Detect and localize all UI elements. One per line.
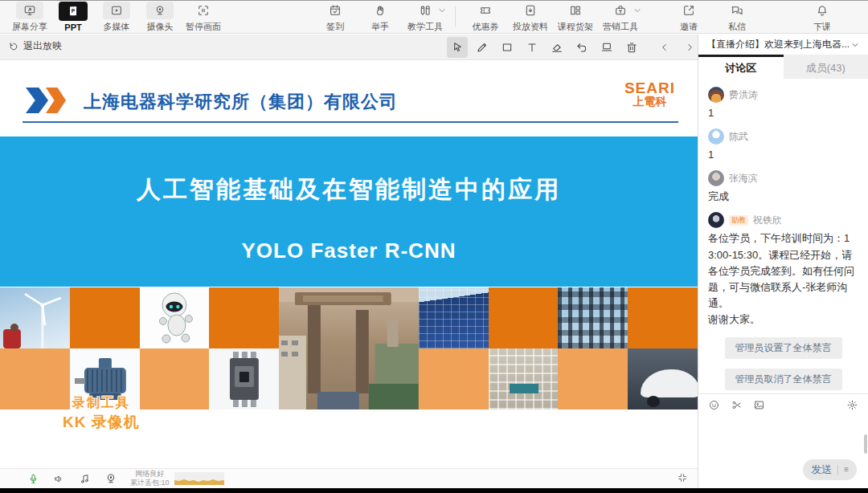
course-shelf-icon (563, 2, 588, 19)
rectangle-icon (501, 41, 514, 54)
chat-message: 费洪涛1 (708, 87, 858, 121)
toolbar-marketing-tools-label: 营销工具 (603, 21, 638, 33)
cursor-icon (451, 41, 464, 54)
speaker-icon[interactable] (53, 473, 65, 485)
whiteboard-tool-button[interactable] (596, 37, 617, 58)
scrollbar-thumb[interactable] (864, 434, 867, 454)
microphone-icon[interactable] (27, 473, 39, 485)
pause-screen-icon (191, 2, 215, 19)
toolbar-end-class-label: 下课 (813, 21, 831, 33)
top-toolbar: 屏幕分享PPPT多媒体摄像头暂停画面 签到举手教学工具优惠券投放资料课程货架营销… (0, 0, 868, 34)
toolbar-private-message-button[interactable]: 私信 (719, 2, 755, 33)
toolbar-camera-label: 摄像头 (147, 21, 174, 33)
solar-panels-photo (419, 287, 489, 348)
eraser-icon (551, 41, 563, 54)
rectangle-tool-button[interactable] (497, 37, 518, 58)
seari-logo-chinese: 上電科 (624, 96, 675, 108)
webcam-icon[interactable] (104, 472, 117, 485)
exit-playback-button[interactable]: 退出放映 (8, 39, 62, 53)
message-header: 费洪涛 (708, 87, 858, 103)
toolbar-sign-in-button[interactable]: 签到 (317, 2, 354, 33)
send-label: 发送 (811, 462, 832, 477)
invite-icon (677, 2, 701, 19)
tab-members[interactable]: 成员(43) (784, 55, 868, 79)
toolbar-course-shelf-label: 课程货架 (558, 21, 593, 33)
message-text: 1 (708, 147, 858, 163)
toolbar-end-class-button[interactable]: 下课 (804, 2, 841, 33)
settings-icon[interactable] (846, 399, 858, 411)
toolbar-materials-label: 投放资料 (513, 21, 548, 33)
eraser-tool-button[interactable] (547, 37, 567, 58)
toolbar-invite-button[interactable]: 邀请 (670, 2, 707, 33)
toolbar-ppt-button[interactable]: PPPT (55, 2, 92, 32)
sidebar-tabs: 讨论区成员(43) (698, 55, 868, 79)
toolbar-camera-button[interactable]: 摄像头 (141, 2, 178, 33)
send-divider (837, 465, 838, 475)
orange-tile-dark (70, 287, 140, 348)
tab-discussion[interactable]: 讨论区 (698, 55, 784, 79)
select-tool-button[interactable] (447, 37, 468, 58)
toolbar-raise-hand-label: 举手 (371, 21, 389, 33)
emoji-icon[interactable] (708, 399, 720, 411)
sign-in-icon (323, 2, 347, 19)
seari-logo: SEARI 上電科 (624, 80, 675, 108)
annotation-toolbar (447, 37, 700, 58)
text-tool-button[interactable] (522, 37, 542, 58)
delete-tool-button[interactable] (621, 37, 642, 58)
slide-title-banner: 人工智能基础及在智能制造中的应用 YOLO Faster R-CNN (0, 136, 698, 287)
toolbar-multimedia-label: 多媒体 (104, 21, 130, 33)
user-name: 祝铁欣 (753, 214, 782, 227)
electrical-cabinet-photo (558, 287, 628, 348)
toolbar-raise-hand-button[interactable]: 举手 (362, 2, 399, 33)
coupon-icon (473, 2, 497, 19)
undo-icon (575, 41, 588, 54)
toolbar-pause-screen-button[interactable]: 暂停画面 (185, 2, 222, 33)
screenshot-icon[interactable] (731, 399, 743, 411)
webcam-icon (146, 2, 174, 19)
toolbar-teaching-tools-button[interactable]: 教学工具 (407, 2, 444, 33)
prev-page-tool-button[interactable] (654, 37, 675, 58)
undo-tool-button[interactable] (571, 37, 592, 58)
toolbar-teaching-group: 签到举手教学工具优惠券投放资料课程货架营销工具 (317, 2, 639, 33)
avatar (708, 87, 724, 103)
image-icon[interactable] (753, 399, 765, 411)
orange-tile-light (558, 348, 628, 409)
exit-fullscreen-button[interactable] (677, 472, 688, 483)
window-bottom-edge (0, 488, 868, 493)
user-name: 陈武 (729, 130, 748, 144)
exit-playback-label: 退出放映 (23, 39, 62, 53)
avatar (708, 128, 724, 145)
chevron-decoration-blue (26, 88, 48, 113)
toolbar-coupon-button[interactable]: 优惠券 (467, 2, 504, 33)
toolbar-multimedia-button[interactable]: 多媒体 (98, 2, 135, 33)
chat-input[interactable] (698, 417, 868, 458)
music-icon[interactable] (79, 473, 91, 485)
toolbar-course-shelf-button[interactable]: 课程货架 (557, 2, 594, 33)
chat-message: 张海滨完成 (708, 170, 858, 205)
toolbar-materials-button[interactable]: 投放资料 (512, 2, 549, 33)
toolbar-marketing-tools-button[interactable]: 营销工具 (602, 2, 639, 33)
trash-icon (625, 41, 638, 54)
network-status: 网络良好 累计丢包:10 (130, 470, 170, 488)
message-header: 助教祝铁欣 (708, 212, 858, 228)
end-class-icon (810, 2, 834, 19)
slide-title: 人工智能基础及在智能制造中的应用 (0, 173, 698, 206)
avatar (708, 170, 724, 186)
send-options-icon[interactable]: ≡ (844, 466, 849, 474)
pen-tool-button[interactable] (472, 37, 493, 58)
user-name: 张海滨 (729, 172, 758, 185)
photo-mosaic-strip (0, 287, 698, 409)
device-status-icons (27, 472, 117, 485)
toolbar-pause-screen-label: 暂停画面 (186, 21, 221, 33)
chevron-down-icon (633, 6, 642, 15)
svg-text:P: P (72, 8, 76, 14)
pen-icon (476, 41, 489, 54)
message-text: 完成 (708, 189, 858, 205)
chevron-left-icon (659, 42, 670, 53)
toolbar-divider (455, 6, 456, 27)
send-button[interactable]: 发送 ≡ (803, 459, 857, 480)
materials-icon (518, 2, 542, 19)
toolbar-screen-share-button[interactable]: 屏幕分享 (11, 2, 48, 33)
orange-tile-light (0, 348, 70, 409)
live-intro-header[interactable]: 【直播介绍】欢迎来到上海电器... (698, 35, 868, 55)
